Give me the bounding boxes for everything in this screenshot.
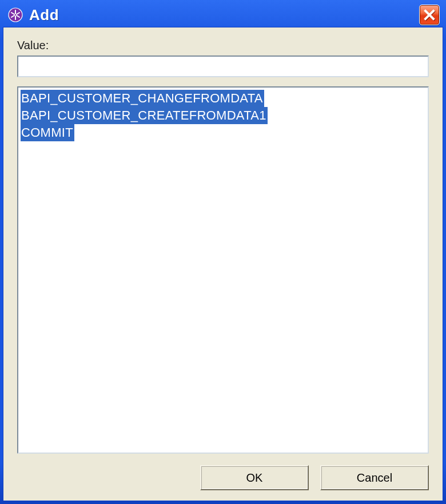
value-listbox[interactable]: BAPI_CUSTOMER_CHANGEFROMDATA BAPI_CUSTOM…: [17, 86, 429, 454]
list-item[interactable]: BAPI_CUSTOMER_CHANGEFROMDATA: [21, 90, 425, 107]
value-label: Value:: [17, 39, 429, 52]
list-item[interactable]: COMMIT: [21, 124, 425, 141]
cancel-button[interactable]: Cancel: [320, 465, 429, 490]
dialog-body: Value: BAPI_CUSTOMER_CHANGEFROMDATA BAPI…: [3, 27, 443, 501]
title-bar: Add: [3, 3, 443, 27]
dialog-buttons: OK Cancel: [17, 465, 429, 490]
app-icon: [7, 7, 23, 23]
close-icon: [424, 9, 435, 21]
window-title: Add: [29, 6, 413, 24]
ok-button[interactable]: OK: [200, 465, 309, 490]
list-item-text: COMMIT: [21, 124, 74, 141]
value-input[interactable]: [17, 55, 429, 77]
list-item[interactable]: BAPI_CUSTOMER_CREATEFROMDATA1: [21, 107, 425, 124]
list-item-text: BAPI_CUSTOMER_CREATEFROMDATA1: [21, 107, 268, 124]
close-button[interactable]: [419, 5, 440, 25]
list-item-text: BAPI_CUSTOMER_CHANGEFROMDATA: [21, 90, 264, 107]
